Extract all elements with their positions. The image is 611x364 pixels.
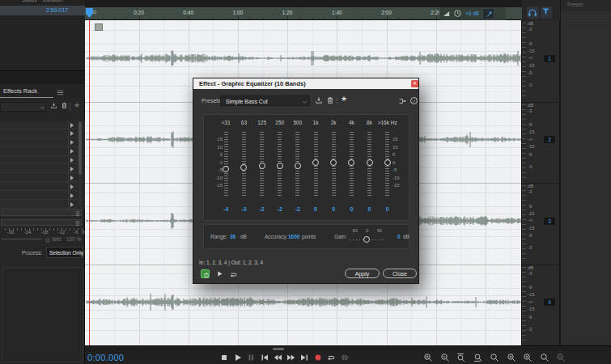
rack-scrollbar-thumb[interactable] [78, 121, 82, 175]
panel-menu-icon[interactable] [57, 89, 64, 96]
delete-preset-icon[interactable] [326, 96, 334, 104]
zoom-to-selection-icon[interactable] [490, 353, 500, 363]
band-gain-value[interactable]: -4 [223, 206, 228, 212]
clip-gain-icon[interactable] [95, 23, 103, 31]
zoom-in-amplitude-icon[interactable] [456, 353, 467, 363]
monitor-gain-value[interactable]: +0 dB [465, 11, 479, 16]
pin-playhead-button[interactable] [541, 6, 552, 19]
gain-slider-knob[interactable] [363, 236, 370, 243]
stop-button[interactable] [219, 353, 230, 363]
slot-expand-triangle-icon[interactable] [70, 176, 74, 180]
loop-button[interactable] [326, 353, 337, 363]
process-dropdown[interactable]: Selection Only [46, 247, 83, 258]
apply-button[interactable]: Apply [345, 269, 380, 278]
effect-slot[interactable] [0, 156, 78, 165]
slot-expand-triangle-icon[interactable] [70, 158, 74, 163]
close-icon[interactable]: ✕ [411, 80, 418, 87]
band-gain-value[interactable]: 0 [314, 206, 317, 212]
pause-button[interactable] [246, 353, 257, 363]
zoom-out-amplitude-icon[interactable] [473, 353, 484, 363]
slot-expand-triangle-icon[interactable] [70, 131, 74, 136]
gain-value[interactable]: 0 [397, 234, 401, 239]
accuracy-value[interactable]: 1600 [288, 234, 299, 239]
scrollbar-thumb[interactable] [273, 348, 284, 350]
effect-slot[interactable] [0, 165, 78, 174]
effect-slot[interactable] [0, 191, 78, 200]
power-toggle-button[interactable] [201, 269, 210, 278]
zoom-full-selection-icon[interactable] [540, 353, 550, 363]
preset-dropdown[interactable]: Simple Bass Cut [220, 95, 310, 106]
slot-expand-triangle-icon[interactable] [70, 167, 74, 171]
effect-slot[interactable] [0, 138, 78, 147]
effect-slot[interactable] [0, 121, 78, 129]
close-button[interactable]: Close [383, 269, 417, 278]
channel-routing-icon[interactable] [398, 97, 406, 105]
save-preset-icon[interactable] [50, 102, 57, 109]
fast-forward-button[interactable] [286, 353, 297, 363]
skip-forward-button[interactable] [299, 353, 310, 363]
band-slider-knob[interactable] [277, 163, 283, 169]
band-slider-knob[interactable] [295, 163, 301, 169]
effect-slot[interactable] [0, 129, 78, 138]
delete-preset-icon[interactable] [61, 102, 68, 109]
record-button[interactable] [313, 353, 324, 363]
effect-slot[interactable] [0, 200, 78, 209]
timeline-ruler[interactable]: hms 0:200:401:001:201:402:002:20 +0 dB [85, 7, 522, 20]
file-row-selected[interactable]: 2:59.017 [0, 6, 85, 15]
favorite-star-icon[interactable]: ★ [74, 101, 80, 109]
dialog-title-bar[interactable]: Effect - Graphic Equalizer (10 Bands) [193, 78, 418, 89]
effect-slot[interactable] [0, 173, 78, 182]
mix-meter-bar[interactable] [1, 210, 82, 216]
playhead-time-display[interactable]: 0:00.000 [87, 353, 124, 362]
band-gain-value[interactable]: 0 [386, 206, 389, 212]
slot-expand-triangle-icon[interactable] [70, 193, 74, 198]
band-gain-value[interactable]: 0 [332, 206, 335, 212]
band-slider-knob[interactable] [384, 159, 391, 166]
band-gain-value[interactable]: -2 [259, 206, 264, 212]
band-slider-knob[interactable] [223, 166, 229, 172]
effect-slot[interactable] [0, 147, 78, 156]
loop-preview-button[interactable] [229, 270, 238, 279]
level-ramp-icon[interactable] [443, 10, 450, 17]
slot-expand-triangle-icon[interactable] [70, 140, 74, 145]
rack-preset-dropdown[interactable] [0, 102, 46, 112]
band-gain-value[interactable]: -2 [278, 206, 282, 212]
band-slider-track[interactable] [224, 132, 228, 197]
wet-radio-icon[interactable] [45, 237, 51, 243]
track-number-badge[interactable]: 3 [544, 218, 555, 225]
save-preset-icon[interactable] [315, 96, 323, 104]
monitor-headphones-button[interactable] [527, 6, 539, 19]
files-column-status[interactable]: Status [22, 0, 36, 2]
effect-slot[interactable] [0, 182, 78, 191]
reset-zoom-icon[interactable] [556, 353, 566, 363]
zoom-in-at-out-point-icon[interactable] [523, 353, 533, 363]
cursor-tool-button[interactable] [482, 8, 494, 19]
band-gain-value[interactable]: -3 [241, 206, 246, 212]
skip-selection-button[interactable] [340, 353, 350, 363]
skip-back-button[interactable] [260, 353, 270, 363]
rewind-button[interactable] [273, 353, 283, 363]
band-gain-value[interactable]: 0 [350, 206, 353, 212]
zoom-out-time-icon[interactable] [440, 353, 451, 363]
files-column-duration[interactable]: Duration [43, 0, 63, 2]
range-value[interactable]: 36 [230, 234, 235, 239]
band-slider-knob[interactable] [312, 159, 319, 166]
band-slider-knob[interactable] [259, 163, 265, 169]
band-slider-knob[interactable] [367, 159, 373, 166]
preview-play-button[interactable] [216, 270, 223, 277]
clock-icon[interactable] [453, 9, 462, 18]
slot-expand-triangle-icon[interactable] [70, 123, 74, 128]
track-number-badge[interactable]: 2 [544, 136, 555, 143]
horizontal-scrollbar[interactable] [85, 345, 611, 351]
band-gain-value[interactable]: 0 [368, 206, 371, 212]
zoom-in-at-in-point-icon[interactable] [507, 353, 517, 363]
info-icon[interactable]: i [410, 97, 418, 104]
zoom-in-time-icon[interactable] [423, 353, 434, 363]
favorite-star-icon[interactable]: ★ [341, 95, 347, 103]
slot-expand-triangle-icon[interactable] [70, 149, 74, 154]
slot-expand-triangle-icon[interactable] [70, 202, 74, 207]
track-number-badge[interactable]: 4 [544, 298, 555, 306]
master-meter-bar[interactable] [1, 219, 82, 226]
track-number-badge[interactable]: 1 [544, 55, 555, 62]
play-button[interactable] [233, 353, 244, 363]
